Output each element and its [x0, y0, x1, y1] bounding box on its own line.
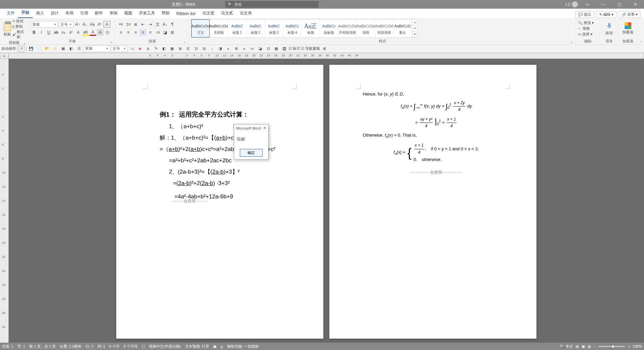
style-item[interactable]: AaBbC标题 3 — [265, 19, 283, 37]
change-case-button[interactable]: Aa — [89, 21, 96, 28]
superscript-button[interactable]: x² — [67, 29, 74, 36]
show-marks-button[interactable]: ¶ — [169, 21, 176, 28]
zoom-out-button[interactable]: − — [594, 344, 596, 348]
dialog-close-button[interactable]: ✕ — [263, 126, 266, 130]
style-item[interactable]: AaBbCc副标题 — [320, 19, 338, 37]
page-1[interactable]: 例1： 运用完全平方公式计算： 1、（a+b+c)²2、(2a-b+3)² 解：… — [116, 65, 323, 339]
qat-item-21[interactable]: ⊡ — [265, 45, 272, 52]
style-item[interactable]: AaBbCcDd无间隔 — [210, 19, 228, 37]
vertical-ruler[interactable]: 422468101214161820222426283032 — [0, 59, 9, 343]
tab-mailings[interactable]: 邮件 — [92, 9, 106, 18]
zoom-in-button[interactable]: + — [628, 344, 630, 348]
increase-indent-button[interactable]: ⇥ — [147, 21, 154, 28]
decrease-font-button[interactable]: A↓ — [82, 21, 88, 28]
maximize-button[interactable]: ▢ — [613, 0, 626, 9]
style-item[interactable]: AaBbC标题 1 — [228, 19, 247, 37]
ribbon-options-button[interactable]: ▭ — [581, 0, 594, 9]
style-item[interactable]: AaBbCcDd正文 — [191, 19, 210, 37]
share-button[interactable]: 🔗 共享 ▾ — [619, 11, 641, 18]
qat-item-1[interactable]: ▦ — [59, 45, 67, 52]
horizontal-ruler[interactable]: L 86422468101214161820222426283032343638… — [0, 53, 644, 59]
align-right-button[interactable]: ≡ — [132, 29, 139, 36]
qat-item-6[interactable]: A — [144, 45, 152, 52]
view-read-button[interactable]: ▤ — [576, 344, 579, 349]
sb-position[interactable]: 位置: 2.5厘米 — [60, 344, 82, 349]
multilevel-button[interactable]: ≣ — [132, 21, 139, 28]
font-color-button[interactable]: A — [90, 29, 96, 36]
font-launcher[interactable]: ↘ — [110, 40, 113, 44]
sb-chars[interactable]: 0 个字符 — [124, 344, 138, 349]
phonetic-button[interactable]: Aᵇ — [96, 21, 103, 28]
qat-item-18[interactable]: ≡ — [240, 45, 248, 52]
asian-layout-button[interactable]: 文 — [154, 21, 161, 28]
tab-developer[interactable]: 开发工具 — [136, 9, 158, 18]
tab-references[interactable]: 引用 — [77, 9, 92, 18]
tab-paper2[interactable]: 论文贰 — [218, 9, 236, 18]
dialog-ok-button[interactable]: 确定 — [240, 149, 263, 157]
tab-ribbonitor[interactable]: Ribbon itor — [173, 10, 199, 18]
bold-button[interactable]: B — [31, 29, 37, 36]
qat-new-button[interactable]: 📄 — [35, 45, 43, 52]
qat-item-16[interactable]: ≡ — [224, 45, 232, 52]
sb-lang[interactable]: 简体中文(中国大陆) — [149, 344, 181, 349]
cut-button[interactable]: ✂ 剪切 — [12, 19, 26, 24]
qat-save-button[interactable]: 💾 — [27, 45, 35, 52]
qat-item-23[interactable]: 🖼 — [281, 45, 288, 52]
borders-button[interactable]: ⊞ — [169, 29, 176, 36]
qat-item-4[interactable]: ◁ — [128, 45, 136, 52]
tab-paper3[interactable]: 论文叁 — [236, 9, 255, 18]
justify-button[interactable]: ≡ — [140, 29, 146, 36]
close-button[interactable]: ✕ — [629, 0, 642, 9]
sb-access[interactable]: 辅助功能: 一切就绪 — [227, 344, 259, 349]
qat-item-14[interactable]: ↕ — [208, 45, 216, 52]
navpane-checkbox[interactable]: 导航窗格 — [305, 46, 320, 50]
qat-item-24[interactable]: ⊞ — [321, 45, 328, 52]
search-box[interactable]: 🔍 搜索 — [225, 1, 319, 8]
tab-insert[interactable]: 插入 — [33, 9, 47, 18]
minimize-button[interactable]: — — [597, 0, 610, 9]
align-left-button[interactable]: ≡ — [118, 29, 124, 36]
tab-design[interactable]: 设计 — [47, 9, 62, 18]
sort-button[interactable]: A↓ — [162, 21, 168, 28]
ruler-checkbox[interactable]: 标尺 — [293, 46, 300, 50]
copy-button[interactable]: ⎘ 复制 — [12, 24, 26, 29]
sb-macro-icon[interactable]: ▣ — [213, 344, 216, 349]
tab-review[interactable]: 审阅 — [106, 9, 121, 18]
char-border-button[interactable]: A — [104, 21, 110, 28]
qat-item-19[interactable]: ▭ — [249, 45, 256, 52]
numbering-button[interactable]: 1≡ — [125, 21, 132, 28]
bullets-button[interactable]: •≡ — [118, 21, 124, 28]
sb-line[interactable]: 行: 1 — [86, 344, 93, 349]
sb-access-icon[interactable]: ஐ — [220, 344, 223, 349]
qat-item-5[interactable]: ◆ — [136, 45, 144, 52]
style-item[interactable]: AaBbCcD要点 — [393, 19, 412, 37]
enclosed-char-button[interactable]: ㊫ — [104, 29, 111, 36]
qat-open-button[interactable]: 📂 — [43, 45, 51, 52]
qat-warn-icon[interactable]: ⚠ — [51, 45, 59, 52]
font-size-dropdown[interactable]: 五号▼ — [59, 21, 73, 28]
tab-home[interactable]: 开始 — [18, 8, 33, 18]
qat-item-3[interactable]: ☰ — [75, 45, 83, 52]
editing-mode-button[interactable]: ✎ 编辑 ▾ — [596, 11, 617, 18]
style-item[interactable]: Aa正标题 — [302, 19, 320, 37]
italic-button[interactable]: I — [38, 29, 45, 36]
style-item[interactable]: AaBbCcDd不明显强调 — [338, 19, 357, 37]
styles-more-button[interactable]: ⏷ — [412, 31, 417, 37]
tab-paper1[interactable]: 论文壹 — [199, 9, 218, 18]
user-account[interactable]: J C — [565, 1, 578, 7]
view-print-button[interactable]: ▦ — [582, 344, 585, 349]
underline-button[interactable]: U — [45, 29, 52, 36]
format-painter-button[interactable]: 🖌 格式刷 — [12, 29, 26, 39]
sb-focus[interactable]: 🔍 专注 — [560, 344, 573, 349]
tab-file[interactable]: 文件 — [3, 9, 18, 18]
style-item[interactable]: AaBbC标题 2 — [247, 19, 265, 37]
distribute-button[interactable]: ≡ — [147, 29, 154, 36]
paste-button[interactable]: 粘贴 — [2, 22, 12, 37]
style-item[interactable]: AaBbCcDd强调 — [357, 19, 375, 37]
sb-section[interactable]: 节: 1 — [17, 344, 25, 349]
style-item[interactable]: AaBbCc标题 4 — [283, 19, 302, 37]
shading-button[interactable]: ◪ — [162, 29, 168, 36]
tab-help[interactable]: 帮助 — [158, 9, 173, 18]
styles-up-button[interactable]: ▴ — [412, 19, 417, 25]
sb-col[interactable]: 列: 1 — [98, 344, 105, 349]
